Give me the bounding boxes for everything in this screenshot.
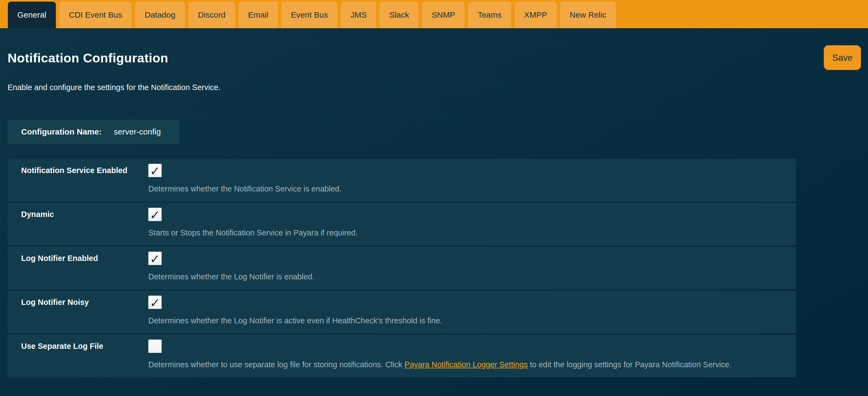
setting-help: Determines whether the Notification Serv… <box>148 184 341 193</box>
setting-help-text: Determines whether to use separate log f… <box>148 360 405 369</box>
checkmark-icon: ✓ <box>150 253 160 265</box>
tab-email[interactable]: Email <box>239 2 278 28</box>
setting-help: Determines whether the Log Notifier is a… <box>148 316 442 325</box>
checkmark-icon: ✓ <box>150 209 160 221</box>
setting-row: Log Notifier Enabled ✓ Determines whethe… <box>8 247 796 290</box>
page-title: Notification Configuration <box>8 51 168 65</box>
tab-label: Discord <box>198 10 226 20</box>
tab-general[interactable]: General <box>8 2 56 28</box>
log-notifier-noisy-checkbox[interactable]: ✓ <box>148 296 162 309</box>
settings-table: Notification Service Enabled ✓ Determine… <box>8 159 796 377</box>
tab-jms[interactable]: JMS <box>341 2 376 28</box>
use-separate-log-file-checkbox[interactable] <box>148 340 162 353</box>
setting-label: Log Notifier Noisy <box>21 298 89 307</box>
tab-snmp[interactable]: SNMP <box>422 2 465 28</box>
tab-label: Datadog <box>145 10 175 20</box>
tab-label: Slack <box>389 10 409 20</box>
configuration-name-panel: Configuration Name: server-config <box>8 120 179 144</box>
tab-label: Event Bus <box>291 10 328 20</box>
setting-label: Use Separate Log File <box>21 342 103 351</box>
dynamic-checkbox[interactable]: ✓ <box>148 208 162 221</box>
tab-label: Email <box>248 10 269 20</box>
tab-label: New Relic <box>570 10 606 20</box>
setting-label: Dynamic <box>21 210 54 219</box>
checkmark-icon: ✓ <box>150 165 160 177</box>
notification-service-enabled-checkbox[interactable]: ✓ <box>148 164 162 177</box>
setting-row: Use Separate Log File Determines whether… <box>8 335 796 377</box>
tab-xmpp[interactable]: XMPP <box>515 2 557 28</box>
setting-row: Notification Service Enabled ✓ Determine… <box>8 159 796 202</box>
setting-help: Starts or Stops the Notification Service… <box>148 229 358 237</box>
log-notifier-enabled-checkbox[interactable]: ✓ <box>148 252 162 265</box>
tab-label: Teams <box>477 10 501 20</box>
configuration-name-label: Configuration Name: <box>21 127 102 136</box>
tab-discord[interactable]: Discord <box>188 2 235 28</box>
setting-row: Log Notifier Noisy ✓ Determines whether … <box>8 291 796 333</box>
tab-label: JMS <box>350 10 367 20</box>
checkmark-icon: ✓ <box>150 297 160 309</box>
tab-label: CDI Event Bus <box>69 10 122 20</box>
notifier-tab-bar: General CDI Event Bus Datadog Discord Em… <box>0 0 868 28</box>
setting-row: Dynamic ✓ Starts or Stops the Notificati… <box>8 203 796 245</box>
tab-new-relic[interactable]: New Relic <box>560 2 616 28</box>
page-subtitle: Enable and configure the settings for th… <box>8 83 220 92</box>
configuration-name-value: server-config <box>114 127 161 136</box>
tab-slack[interactable]: Slack <box>380 2 418 28</box>
save-button[interactable]: Save <box>824 45 861 70</box>
tab-datadog[interactable]: Datadog <box>135 2 185 28</box>
setting-label: Log Notifier Enabled <box>21 254 98 263</box>
setting-help-text: to edit the logging settings for Payara … <box>528 360 731 369</box>
payara-notification-logger-settings-link[interactable]: Payara Notification Logger Settings <box>405 360 528 369</box>
setting-help: Determines whether the Log Notifier is e… <box>148 272 315 281</box>
tab-label: General <box>18 10 46 20</box>
tab-teams[interactable]: Teams <box>468 2 511 28</box>
tab-label: XMPP <box>524 10 547 20</box>
setting-label: Notification Service Enabled <box>21 166 127 175</box>
tab-event-bus[interactable]: Event Bus <box>281 2 338 28</box>
tab-cdi-event-bus[interactable]: CDI Event Bus <box>59 2 132 28</box>
tab-label: SNMP <box>432 10 455 20</box>
setting-help: Determines whether to use separate log f… <box>148 360 731 369</box>
